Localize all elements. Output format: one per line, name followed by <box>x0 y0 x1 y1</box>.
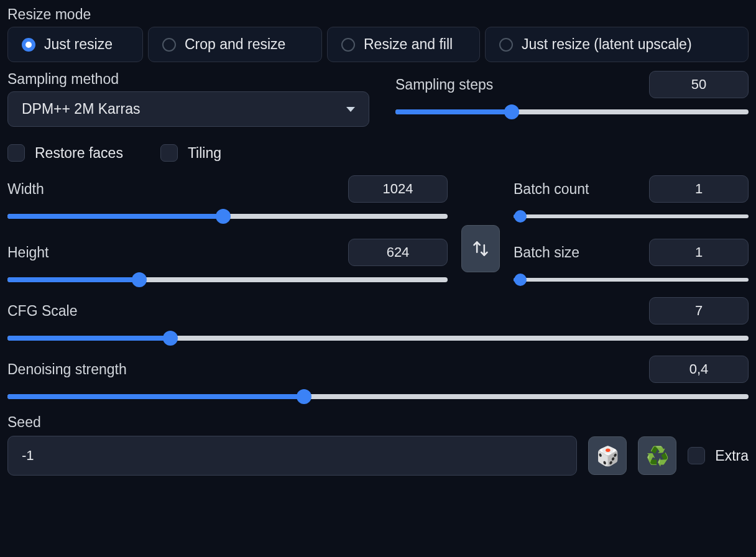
resize-option-latent-upscale[interactable]: Just resize (latent upscale) <box>485 27 749 62</box>
batch-count-slider[interactable] <box>514 209 749 224</box>
sampling-method-label: Sampling method <box>7 71 382 88</box>
width-label: Width <box>7 181 44 198</box>
checkbox-box-icon <box>160 144 178 162</box>
resize-option-just-resize[interactable]: Just resize <box>7 27 143 62</box>
radio-dot-icon <box>341 38 355 52</box>
tiling-label: Tiling <box>188 145 221 162</box>
checkbox-box-icon <box>688 447 705 464</box>
checkbox-box-icon <box>7 144 25 162</box>
seed-reuse-button[interactable]: ♻️ <box>638 436 676 475</box>
cfg-scale-label: CFG Scale <box>7 303 77 320</box>
settings-panel: Resize mode Just resize Crop and resize … <box>0 0 756 483</box>
radio-dot-icon <box>22 38 35 52</box>
width-value[interactable]: 1024 <box>348 175 448 203</box>
height-label: Height <box>7 244 48 261</box>
sampling-steps-value[interactable]: 50 <box>649 71 749 98</box>
extra-checkbox[interactable]: Extra <box>688 447 749 464</box>
sampling-method-value: DPM++ 2M Karras <box>22 101 140 117</box>
resize-option-crop-and-resize[interactable]: Crop and resize <box>148 27 322 62</box>
sampling-steps-label: Sampling steps <box>395 76 493 93</box>
denoising-slider[interactable] <box>7 389 749 404</box>
resize-mode-group: Just resize Crop and resize Resize and f… <box>7 27 749 62</box>
swap-arrows-icon <box>472 240 489 257</box>
denoising-label: Denoising strength <box>7 361 127 378</box>
cfg-scale-slider[interactable] <box>7 331 749 346</box>
batch-size-slider[interactable] <box>514 272 749 287</box>
seed-input[interactable]: -1 <box>7 436 577 476</box>
dice-icon: 🎲 <box>596 445 619 467</box>
swap-dimensions-button[interactable] <box>461 225 500 272</box>
batch-size-value[interactable]: 1 <box>649 239 749 266</box>
extra-label: Extra <box>715 448 749 464</box>
resize-mode-label: Resize mode <box>7 6 749 23</box>
recycle-icon: ♻️ <box>646 445 669 467</box>
height-slider[interactable] <box>7 272 448 287</box>
seed-label: Seed <box>7 414 749 431</box>
sampling-steps-slider[interactable] <box>395 104 749 119</box>
width-slider[interactable] <box>7 209 448 224</box>
denoising-value[interactable]: 0,4 <box>649 356 749 383</box>
batch-count-value[interactable]: 1 <box>649 175 749 203</box>
tiling-checkbox[interactable]: Tiling <box>160 144 221 162</box>
sampling-method-select[interactable]: DPM++ 2M Karras <box>7 91 369 127</box>
restore-faces-label: Restore faces <box>35 145 123 162</box>
radio-dot-icon <box>162 38 176 52</box>
cfg-scale-value[interactable]: 7 <box>649 297 749 325</box>
restore-faces-checkbox[interactable]: Restore faces <box>7 144 123 162</box>
chevron-down-icon <box>346 107 355 112</box>
resize-option-resize-and-fill[interactable]: Resize and fill <box>327 27 480 62</box>
batch-count-label: Batch count <box>514 181 589 198</box>
height-value[interactable]: 624 <box>348 239 448 266</box>
seed-random-button[interactable]: 🎲 <box>588 436 627 475</box>
radio-dot-icon <box>499 38 513 52</box>
batch-size-label: Batch size <box>514 244 579 261</box>
